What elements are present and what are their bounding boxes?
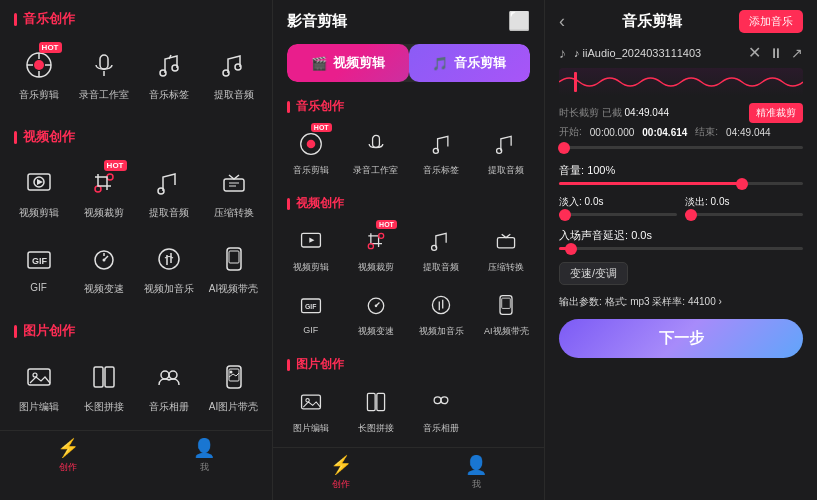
mid-panel: 影音剪辑 ⬜ 🎬 视频剪辑 🎵 音乐剪辑 音乐创作 HOT 音乐剪辑 — [272, 0, 545, 500]
svg-rect-28 — [105, 367, 114, 387]
svg-point-38 — [497, 148, 502, 153]
tool-compress[interactable]: 压缩转换 — [203, 156, 264, 228]
add-music-button[interactable]: 添加音乐 — [739, 10, 803, 33]
music-create-grid: HOT 音乐剪辑 录音工作室 — [0, 34, 272, 118]
pause-icon[interactable]: ⏸ — [769, 45, 783, 61]
mid-long-img[interactable]: 长图拼接 — [344, 379, 407, 441]
tool-long-img[interactable]: 长图拼接 — [73, 350, 134, 422]
mid-video-music[interactable]: 视频加音乐 — [410, 282, 473, 344]
change-speed-button[interactable]: 变速/变调 — [559, 262, 628, 285]
section-video-create: 视频创作 — [0, 118, 272, 152]
nav-create-mid[interactable]: ⚡ 创作 — [273, 454, 409, 491]
mid-title: 影音剪辑 — [287, 12, 347, 31]
close-audio-icon[interactable]: ✕ — [748, 43, 761, 62]
mid-ai-video[interactable]: AI视频带壳 — [475, 282, 538, 344]
right-title: 音乐剪辑 — [622, 12, 682, 31]
lightning-icon: ⚡ — [57, 437, 79, 459]
tab-video[interactable]: 🎬 视频剪辑 — [287, 44, 409, 82]
folder-icon[interactable]: ⬜ — [508, 10, 530, 32]
nav-me-mid[interactable]: 👤 我 — [409, 454, 545, 491]
mid-compress[interactable]: 压缩转换 — [475, 218, 538, 280]
tool-record[interactable]: 录音工作室 — [73, 38, 134, 110]
tool-extract-audio[interactable]: 提取音频 — [203, 38, 264, 110]
tool-ai-img[interactable]: AI图片带壳 — [203, 350, 264, 422]
fade-out-track[interactable] — [685, 213, 803, 216]
tab-selector: 🎬 视频剪辑 🎵 音乐剪辑 — [287, 44, 530, 82]
tool-music-tag[interactable]: 音乐标签 — [138, 38, 199, 110]
volume-row: 音量: 100% — [545, 159, 817, 193]
svg-rect-44 — [498, 238, 515, 248]
svg-rect-51 — [502, 298, 511, 308]
mid-img-edit[interactable]: 图片编辑 — [279, 379, 342, 441]
mid-gif[interactable]: GIF GIF — [279, 282, 342, 344]
tool-ai-video[interactable]: AI视频带壳 — [203, 232, 264, 304]
mid-music-album[interactable]: 音乐相册 — [410, 379, 473, 441]
mid-extract-video-audio[interactable]: 提取音频 — [410, 218, 473, 280]
tool-video-cut[interactable]: 视频剪辑 — [8, 156, 69, 228]
svg-line-6 — [169, 55, 171, 59]
mid-section-video: 视频创作 — [273, 189, 544, 216]
user-icon-mid: 👤 — [465, 454, 487, 476]
share-icon[interactable]: ↗ — [791, 45, 803, 61]
svg-point-41 — [368, 244, 373, 249]
mid-bottom-nav: ⚡ 创作 👤 我 — [273, 447, 544, 495]
mid-extract-audio[interactable]: 提取音频 — [475, 121, 538, 183]
timeline-thumb[interactable] — [558, 142, 570, 154]
video-crop-icon: HOT — [85, 164, 123, 202]
svg-point-49 — [433, 296, 450, 313]
tool-img-edit[interactable]: 图片编辑 — [8, 350, 69, 422]
extract-vid-audio-icon — [150, 164, 188, 202]
fade-in-track[interactable] — [559, 213, 677, 216]
mid-music-tag[interactable]: 音乐标签 — [410, 121, 473, 183]
tool-video-crop[interactable]: HOT 视频裁剪 — [73, 156, 134, 228]
nav-me-left[interactable]: 👤 我 — [136, 437, 272, 474]
svg-point-56 — [434, 397, 441, 404]
svg-text:GIF: GIF — [32, 256, 48, 266]
back-icon[interactable]: ‹ — [559, 11, 565, 32]
next-button[interactable]: 下一步 — [559, 319, 803, 358]
right-header: ‹ 音乐剪辑 添加音乐 — [545, 0, 817, 39]
ai-img-icon — [215, 358, 253, 396]
left-bottom-nav: ⚡ 创作 👤 我 — [0, 430, 272, 478]
mid-section-image: 图片创作 — [273, 350, 544, 377]
fine-cut-button[interactable]: 精准裁剪 — [749, 103, 803, 123]
music-tag-icon — [150, 46, 188, 84]
output-params: 输出参数: 格式: mp3 采样率: 44100 › — [545, 289, 817, 313]
tool-video-music[interactable]: 视频加音乐 — [138, 232, 199, 304]
delay-track[interactable] — [559, 247, 803, 250]
music-cut-icon: HOT — [20, 46, 58, 84]
mid-music-cut[interactable]: HOT 音乐剪辑 — [279, 121, 342, 183]
tool-music-cut[interactable]: HOT 音乐剪辑 — [8, 38, 69, 110]
mid-video-cut[interactable]: 视频剪辑 — [279, 218, 342, 280]
tool-gif[interactable]: GIF GIF — [8, 232, 69, 304]
delay-thumb[interactable] — [565, 243, 577, 255]
volume-track[interactable] — [559, 182, 803, 185]
delay-label: 入场声音延迟: 0.0s — [559, 228, 803, 243]
svg-point-12 — [95, 186, 101, 192]
mid-video-speed[interactable]: 视频变速 — [344, 282, 407, 344]
svg-rect-27 — [94, 367, 103, 387]
tool-extract-video-audio[interactable]: 提取音频 — [138, 156, 199, 228]
right-panel: ‹ 音乐剪辑 添加音乐 ♪ ♪ iiAudio_2024033111403 ✕ … — [545, 0, 817, 500]
fade-in-thumb[interactable] — [559, 209, 571, 221]
mid-video-crop[interactable]: HOT 视频裁剪 — [344, 218, 407, 280]
fade-out-label: 淡出: 0.0s — [685, 195, 803, 209]
mid-record[interactable]: 录音工作室 — [344, 121, 407, 183]
img-edit-icon — [20, 358, 58, 396]
volume-fill — [559, 182, 742, 185]
fade-out-thumb[interactable] — [685, 209, 697, 221]
fade-in-label: 淡入: 0.0s — [559, 195, 677, 209]
svg-point-42 — [378, 233, 383, 238]
svg-point-53 — [305, 399, 308, 402]
record-icon — [85, 46, 123, 84]
tool-video-speed[interactable]: 视频变速 — [73, 232, 134, 304]
nav-create-left[interactable]: ⚡ 创作 — [0, 437, 136, 474]
svg-point-22 — [159, 249, 179, 269]
volume-thumb[interactable] — [736, 178, 748, 190]
audio-filename: ♪ iiAudio_2024033111403 — [574, 47, 740, 59]
left-panel: 音乐创作 HOT 音乐剪辑 录音工作室 — [0, 0, 272, 500]
timeline-track[interactable] — [559, 146, 803, 149]
tool-music-album[interactable]: 音乐相册 — [138, 350, 199, 422]
hot-badge-mid: HOT — [311, 123, 332, 132]
tab-music[interactable]: 🎵 音乐剪辑 — [409, 44, 531, 82]
